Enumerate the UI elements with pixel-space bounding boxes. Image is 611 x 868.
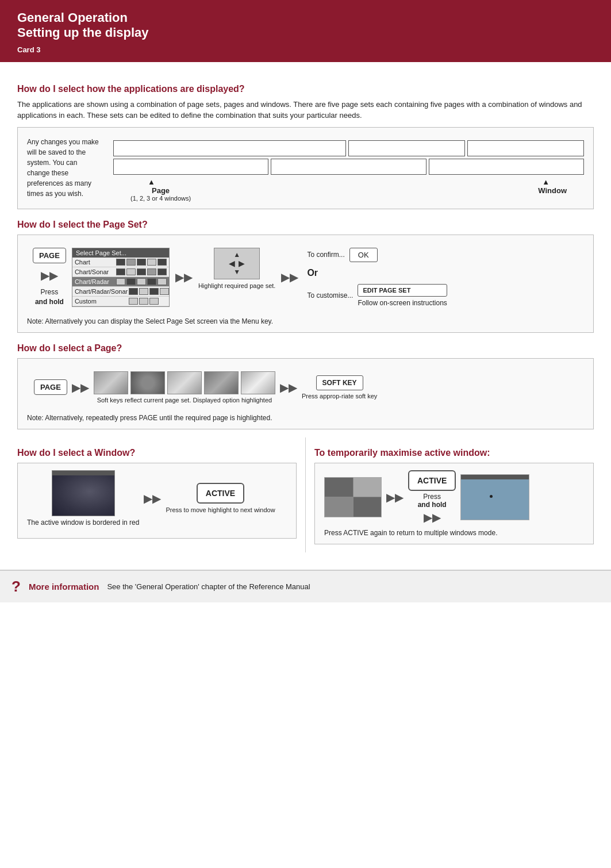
page-window-diagram-box: Any changes you make will be saved to th… bbox=[17, 127, 594, 209]
ps-screen-header: Select Page Set... bbox=[72, 248, 169, 258]
pw-row-2 bbox=[113, 159, 584, 175]
multi-window-screen bbox=[324, 477, 382, 517]
section-1-body: The applications are shown using a combi… bbox=[17, 99, 594, 121]
pw-visual: ▲ ▲ Page (1, 2, 3 or 4 windows) Window bbox=[113, 135, 584, 202]
follow-instructions: Follow on-screen instructions bbox=[358, 299, 447, 307]
page-select-diagram-box: PAGE ▶▶ bbox=[17, 358, 594, 429]
softkey-2-img bbox=[131, 372, 164, 394]
softkey-1-img bbox=[94, 372, 128, 394]
highlight-label: Highlight required page set. bbox=[198, 282, 276, 290]
footer: ? More information See the 'General Oper… bbox=[0, 570, 611, 602]
press-to-move-label: Press to move highlight to next window bbox=[166, 506, 275, 513]
softkey-5 bbox=[241, 371, 275, 394]
pw-row-1 bbox=[113, 140, 584, 156]
softkey-3-img bbox=[168, 372, 201, 394]
ps-step-2: Select Page Set... Chart Chart/Sonar bbox=[72, 248, 170, 307]
page-up-arrow: ▲ bbox=[148, 178, 155, 186]
section-4-left: How do I select a Window? The active win… bbox=[17, 437, 305, 552]
active-button-max[interactable]: ACTIVE bbox=[408, 470, 456, 491]
page-window-diagram: Any changes you make will be saved to th… bbox=[27, 135, 584, 202]
press-again-label: Press ACTIVE again to return to multiple… bbox=[324, 529, 584, 537]
softkey-desc: Soft keys reflect current page set. Disp… bbox=[94, 397, 275, 404]
ps-arrow-3: ▶▶ bbox=[281, 270, 298, 284]
screen-topbar bbox=[52, 471, 114, 475]
pw-cell-2-2 bbox=[271, 159, 426, 175]
ps-row-chart-sonar: Chart/Sonar bbox=[72, 267, 169, 277]
pw-rows bbox=[113, 140, 584, 175]
press-hold-label: Press and hold bbox=[35, 287, 64, 307]
header: General Operation Setting up the display… bbox=[0, 0, 611, 62]
window-label: Window bbox=[538, 186, 567, 195]
radar-screen bbox=[52, 470, 115, 516]
footer-text: See the 'General Operation' chapter of t… bbox=[107, 582, 310, 591]
page-set-diagram: PAGE ▶▶ Press and hold Select Page Set..… bbox=[27, 242, 584, 313]
hs-nav-arrows: ◀▶ bbox=[229, 259, 245, 268]
window-select-box: The active window is bordered in red ▶▶ … bbox=[17, 463, 297, 539]
max-and-hold: and hold bbox=[418, 501, 447, 509]
w-arrow: ▶▶ bbox=[144, 491, 161, 505]
m-arrow-2: ▶▶ bbox=[424, 510, 441, 524]
press-and-hold-label: Press and hold bbox=[418, 493, 447, 509]
pw-cell-1-2 bbox=[348, 140, 465, 156]
ps-row-chart-radar-sonar: Chart/Radar/Sonar bbox=[72, 287, 169, 297]
page-sublabel: (1, 2, 3 or 4 windows) bbox=[130, 195, 191, 202]
pw-cell-2-3 bbox=[429, 159, 584, 175]
ps-step1-arrow: ▶▶ bbox=[41, 268, 58, 282]
main-content: How do I select how the applications are… bbox=[0, 62, 611, 558]
page-button-s2: PAGE bbox=[33, 248, 66, 263]
to-confirm-row: To confirm... OK bbox=[307, 248, 447, 262]
header-title: General Operation bbox=[17, 10, 594, 25]
page-button-s3: PAGE bbox=[34, 379, 67, 395]
maximise-full-screen bbox=[460, 474, 529, 520]
hs-screen: ▲ ◀▶ ▼ bbox=[214, 248, 260, 279]
ps-arrow-2: ▶▶ bbox=[175, 270, 193, 284]
section-4-right: To temporarily maximise active window: ▶… bbox=[305, 437, 594, 552]
softkey-1 bbox=[94, 371, 128, 394]
pw-cell-1-3 bbox=[467, 140, 584, 156]
s3-note: Note: Alternatively, repeatedly press PA… bbox=[27, 414, 584, 422]
section-3-heading: How do I select a Page? bbox=[17, 343, 594, 354]
pw-cell-1-1 bbox=[113, 140, 346, 156]
ps-step-1: PAGE ▶▶ Press and hold bbox=[33, 248, 66, 307]
page-select-diagram: PAGE ▶▶ bbox=[27, 366, 584, 409]
ps-row-chart-radar: Chart/Radar bbox=[72, 277, 169, 287]
softkey-2 bbox=[130, 371, 165, 394]
section-4-container: How do I select a Window? The active win… bbox=[17, 437, 594, 552]
ps3-arrow-1: ▶▶ bbox=[72, 381, 89, 394]
edit-page-set-button[interactable]: EDIT PAGE SET bbox=[358, 284, 447, 297]
maximise-diagram: ▶▶ ACTIVE Press and hold ▶▶ bbox=[324, 470, 584, 524]
m-arrow-1: ▶▶ bbox=[386, 490, 404, 504]
ps-screen: Select Page Set... Chart Chart/Sonar bbox=[72, 248, 170, 307]
section-4-heading-left: How do I select a Window? bbox=[17, 448, 297, 458]
s2-note: Note: Alternatively you can display the … bbox=[27, 317, 584, 325]
maximise-box: ▶▶ ACTIVE Press and hold ▶▶ bbox=[314, 463, 594, 544]
softkey-4-img bbox=[205, 372, 238, 394]
card-label: Card 3 bbox=[17, 45, 594, 54]
to-customise-label: To customise... bbox=[307, 291, 353, 299]
pw-cell-2-1 bbox=[113, 159, 268, 175]
page-label: Page bbox=[130, 186, 191, 195]
ps-row-chart: Chart bbox=[72, 258, 169, 267]
section-1-heading: How do I select how the applications are… bbox=[17, 84, 594, 94]
ps-row-custom: Custom bbox=[72, 297, 169, 306]
window-diagram: The active window is bordered in red ▶▶ … bbox=[27, 470, 287, 527]
soft-key-button[interactable]: SOFT KEY bbox=[316, 375, 363, 390]
and-hold-text: and hold bbox=[35, 298, 64, 306]
softkey-3 bbox=[167, 371, 202, 394]
ps3-arrow-2: ▶▶ bbox=[280, 381, 297, 394]
pw-sidebar-text: Any changes you make will be saved to th… bbox=[27, 137, 102, 199]
footer-more-info: More information bbox=[29, 582, 99, 592]
header-subtitle: Setting up the display bbox=[17, 25, 594, 40]
softkeys-row bbox=[94, 371, 275, 394]
softkey-5-img bbox=[241, 372, 275, 394]
section-4-heading-right: To temporarily maximise active window: bbox=[314, 448, 594, 458]
radar-bg bbox=[52, 475, 114, 516]
press-softkey-label: Press approp-riate soft key bbox=[302, 393, 377, 400]
active-window-label: The active window is bordered in red bbox=[27, 519, 139, 527]
softkey-4 bbox=[204, 371, 239, 394]
ok-button[interactable]: OK bbox=[349, 248, 378, 262]
window-up-arrow: ▲ bbox=[542, 178, 549, 186]
or-text: Or bbox=[307, 268, 447, 278]
to-confirm-label: To confirm... bbox=[307, 251, 344, 259]
active-button-select[interactable]: ACTIVE bbox=[197, 483, 244, 504]
